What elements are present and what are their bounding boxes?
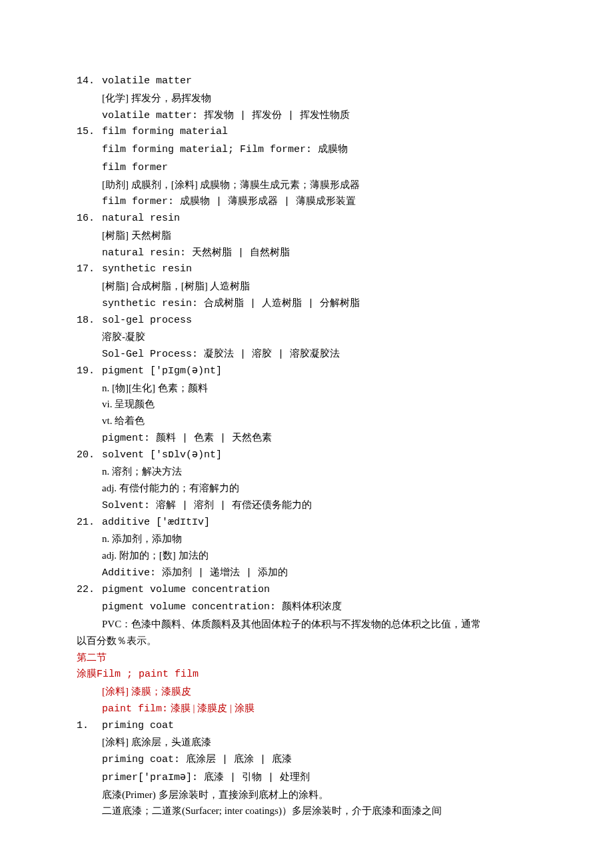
entry-sub-text: volatile matter: 挥发物 | 挥发份 | 挥发性物质 bbox=[102, 110, 350, 121]
entry-sub: vt. 给着色 bbox=[77, 413, 536, 429]
section-title: 第二节 bbox=[77, 649, 536, 666]
entry-sub-text: primer['praɪmə]: 底漆 | 引物 | 处理剂 bbox=[102, 772, 310, 783]
entry-number: 18. bbox=[77, 313, 102, 329]
entry-14: 14. volatile matter [化学] 挥发分，易挥发物 volati… bbox=[77, 73, 536, 124]
entry-head: 16. natural resin bbox=[77, 211, 536, 227]
entry-sub: PVC：色漆中颜料、体质颜料及其他固体粒子的体积与不挥发物的总体积之比值，通常 bbox=[77, 616, 536, 633]
entry-head: 22. pigment volume concentration bbox=[77, 582, 536, 599]
entry-sub-text: film former: 成膜物 | 薄膜形成器 | 薄膜成形装置 bbox=[102, 196, 356, 207]
section-sub1: [涂料] 漆膜；漆膜皮 bbox=[77, 683, 536, 700]
entry-sub: Sol-Gel Process: 凝胶法 | 溶胶 | 溶胶凝胶法 bbox=[77, 345, 536, 363]
entry-1: 1. priming coat [涂料] 底涂层，头道底漆 priming co… bbox=[77, 718, 536, 820]
entry-sub: Additive: 添加剂 | 递增法 | 添加的 bbox=[77, 564, 536, 582]
entry-sub-text: synthetic resin: 合成树脂 | 人造树脂 | 分解树脂 bbox=[102, 298, 360, 309]
entry-sub-text: priming coat: 底涂层 | 底涂 | 底漆 bbox=[102, 754, 292, 765]
entry-number: 15. bbox=[77, 124, 102, 141]
entry-number: 17. bbox=[77, 261, 102, 278]
section-sub2-mono: paint film: bbox=[102, 703, 168, 715]
entry-sub: film forming material; Film former: 成膜物 bbox=[77, 141, 536, 159]
entry-head: 1. priming coat bbox=[77, 718, 536, 735]
entry-head: 14. volatile matter bbox=[77, 73, 536, 90]
section-sub2-rest: 漆膜 | 漆膜皮 | 涂膜 bbox=[168, 703, 255, 713]
entry-sub: adj. 有偿付能力的；有溶解力的 bbox=[77, 480, 536, 497]
entry-sub: pigment: 颜料 | 色素 | 天然色素 bbox=[77, 429, 536, 447]
entry-term: sol-gel process bbox=[102, 313, 192, 329]
entry-sub-text: natural resin: 天然树脂 | 自然树脂 bbox=[102, 247, 290, 259]
document-page: 14. volatile matter [化学] 挥发分，易挥发物 volati… bbox=[0, 0, 613, 868]
entry-sub-text: pigment: 颜料 | 色素 | 天然色素 bbox=[102, 433, 272, 444]
entry-number: 20. bbox=[77, 447, 102, 464]
entry-sub: n. 添加剂，添加物 bbox=[77, 531, 536, 547]
entry-number: 22. bbox=[77, 582, 102, 599]
entry-term: pigment ['pɪgm(ə)nt] bbox=[102, 363, 222, 380]
section-film-line: 涂膜Film ; paint film bbox=[77, 665, 536, 683]
entry-term: solvent ['sɒlv(ə)nt] bbox=[102, 447, 222, 464]
entry-21: 21. additive ['ædɪtɪv] n. 添加剂，添加物 adj. 附… bbox=[77, 515, 536, 582]
entry-term: pigment volume concentration bbox=[102, 582, 270, 599]
entry-sub: volatile matter: 挥发物 | 挥发份 | 挥发性物质 bbox=[77, 107, 536, 125]
entry-number: 16. bbox=[77, 211, 102, 227]
entry-16: 16. natural resin [树脂] 天然树脂 natural resi… bbox=[77, 211, 536, 261]
entry-sub: primer['praɪmə]: 底漆 | 引物 | 处理剂 bbox=[77, 769, 536, 787]
entry-sub: 底漆(Primer) 多层涂装时，直接涂到底材上的涂料。 bbox=[77, 787, 536, 803]
entry-head: 18. sol-gel process bbox=[77, 313, 536, 329]
entry-sub: synthetic resin: 合成树脂 | 人造树脂 | 分解树脂 bbox=[77, 295, 536, 313]
entry-15: 15. film forming material film forming m… bbox=[77, 124, 536, 211]
entry-sub-text: Additive: 添加剂 | 递增法 | 添加的 bbox=[102, 567, 288, 579]
entry-sub: 溶胶-凝胶 bbox=[77, 329, 536, 345]
entry-sub: Solvent: 溶解 | 溶剂 | 有偿还债务能力的 bbox=[77, 497, 536, 515]
entry-19: 19. pigment ['pɪgm(ə)nt] n. [物][生化] 色素；颜… bbox=[77, 363, 536, 447]
entry-20: 20. solvent ['sɒlv(ə)nt] n. 溶剂；解决方法 adj.… bbox=[77, 447, 536, 515]
entry-17: 17. synthetic resin [树脂] 合成树脂，[树脂] 人造树脂 … bbox=[77, 261, 536, 312]
entry-sub: film former bbox=[77, 159, 536, 177]
entry-term: priming coat bbox=[102, 718, 174, 735]
entry-head: 21. additive ['ædɪtɪv] bbox=[77, 515, 536, 531]
entry-22: 22. pigment volume concentration pigment… bbox=[77, 582, 536, 649]
entry-sub-text: Sol-Gel Process: 凝胶法 | 溶胶 | 溶胶凝胶法 bbox=[102, 349, 340, 360]
entry-sub: [化学] 挥发分，易挥发物 bbox=[77, 90, 536, 107]
entry-sub: [涂料] 底涂层，头道底漆 bbox=[77, 734, 536, 751]
entry-number: 14. bbox=[77, 73, 102, 90]
entry-sub: n. [物][生化] 色素；颜料 bbox=[77, 380, 536, 397]
entry-sub: n. 溶剂；解决方法 bbox=[77, 463, 536, 480]
entry-term: film forming material bbox=[102, 124, 228, 141]
entry-sub: 二道底漆；二道浆(Surfacer; inter coatings)）多层涂装时… bbox=[77, 803, 536, 819]
entry-head: 17. synthetic resin bbox=[77, 261, 536, 278]
section-film-cn: 涂膜 bbox=[77, 668, 97, 679]
entry-sub-text: pigment volume concentration: 颜料体积浓度 bbox=[102, 601, 342, 613]
entry-term: additive ['ædɪtɪv] bbox=[102, 515, 210, 531]
entry-sub-tail: 以百分数％表示。 bbox=[77, 633, 536, 649]
entry-number: 21. bbox=[77, 515, 102, 531]
entry-sub-text: Solvent: 溶解 | 溶剂 | 有偿还债务能力的 bbox=[102, 500, 312, 511]
entry-sub-text: film forming material; Film former: 成膜物 bbox=[102, 144, 348, 155]
entry-head: 15. film forming material bbox=[77, 124, 536, 141]
entry-sub: [树脂] 合成树脂，[树脂] 人造树脂 bbox=[77, 278, 536, 295]
section-film-en: Film ; paint film bbox=[97, 669, 199, 680]
entry-term: natural resin bbox=[102, 211, 180, 227]
entry-sub: vi. 呈现颜色 bbox=[77, 396, 536, 413]
entry-sub: [树脂] 天然树脂 bbox=[77, 227, 536, 244]
section-sub2: paint film: 漆膜 | 漆膜皮 | 涂膜 bbox=[77, 700, 536, 718]
entry-number: 1. bbox=[77, 718, 102, 735]
entry-sub: film former: 成膜物 | 薄膜形成器 | 薄膜成形装置 bbox=[77, 193, 536, 211]
entry-term: synthetic resin bbox=[102, 261, 192, 278]
entry-sub: priming coat: 底涂层 | 底涂 | 底漆 bbox=[77, 751, 536, 769]
entry-sub: natural resin: 天然树脂 | 自然树脂 bbox=[77, 244, 536, 262]
entry-18: 18. sol-gel process 溶胶-凝胶 Sol-Gel Proces… bbox=[77, 313, 536, 363]
entry-head: 20. solvent ['sɒlv(ə)nt] bbox=[77, 447, 536, 464]
entry-sub: adj. 附加的；[数] 加法的 bbox=[77, 547, 536, 564]
entry-head: 19. pigment ['pɪgm(ə)nt] bbox=[77, 363, 536, 380]
entry-sub-text: film former bbox=[102, 162, 168, 173]
entry-term: volatile matter bbox=[102, 73, 192, 90]
entry-sub: pigment volume concentration: 颜料体积浓度 bbox=[77, 598, 536, 616]
entry-number: 19. bbox=[77, 363, 102, 380]
entry-sub: [助剂] 成膜剂，[涂料] 成膜物；薄膜生成元素；薄膜形成器 bbox=[77, 177, 536, 193]
